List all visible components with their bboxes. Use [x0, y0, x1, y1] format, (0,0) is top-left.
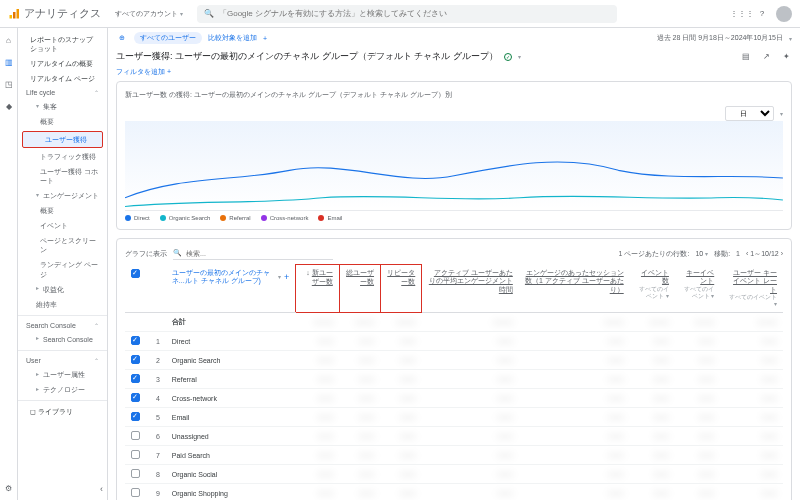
- rows-per-label: 1 ページあたりの行数:: [619, 249, 690, 259]
- sidebar-item-landing[interactable]: ランディング ページ: [18, 257, 107, 281]
- sidebar-item-user-attr[interactable]: ▸ ユーザー属性: [18, 367, 107, 382]
- explore-icon[interactable]: ◳: [3, 78, 15, 90]
- col-header[interactable]: ユーザー キーイベント レートすべてのイベント ▾: [720, 265, 783, 313]
- sidebar-item-realtime[interactable]: リアルタイムの概要: [18, 56, 107, 71]
- status-ok-icon[interactable]: ✓: [504, 53, 512, 61]
- add-segment-icon[interactable]: ⊕: [116, 32, 128, 44]
- sidebar-item-user-acq-cohort[interactable]: ユーザー獲得 コホート: [18, 164, 107, 188]
- table-row[interactable]: 3Referral0000000000000000000000000000000…: [125, 370, 783, 389]
- page-range: 1～10/12: [750, 250, 778, 257]
- sidebar-item-user-acquisition[interactable]: ユーザー獲得: [22, 131, 103, 148]
- product-name: アナリティクス: [24, 6, 101, 21]
- row-checkbox[interactable]: [131, 431, 140, 440]
- table-search-input[interactable]: [186, 250, 333, 257]
- col-header[interactable]: アクティブ ユーザーあたりの平均エンゲージメント時間: [422, 265, 519, 313]
- help-icon[interactable]: ?: [756, 8, 768, 20]
- sidebar-item-eng-overview[interactable]: 概要: [18, 203, 107, 218]
- analytics-logo-icon: [8, 8, 20, 20]
- sidebar-item-acq-overview[interactable]: 概要: [18, 114, 107, 129]
- row-checkbox[interactable]: [131, 336, 140, 345]
- svg-rect-0: [10, 15, 13, 19]
- apps-icon[interactable]: ⋮⋮⋮: [736, 8, 748, 20]
- sidebar-item-realtime-pages[interactable]: リアルタイム ページ: [18, 71, 107, 86]
- sidebar-item-acquisition[interactable]: ▾ 集客: [18, 99, 107, 114]
- row-checkbox[interactable]: [131, 374, 140, 383]
- sidebar-item-engagement[interactable]: ▾ エンゲージメント: [18, 188, 107, 203]
- goto-label: 移動:: [714, 249, 730, 259]
- sidebar-group-lifecycle[interactable]: Life cycle⌃: [18, 86, 107, 99]
- search-icon: 🔍: [173, 249, 182, 257]
- add-filter[interactable]: フィルタを追加 +: [116, 68, 171, 75]
- admin-icon[interactable]: ⚙: [3, 482, 15, 494]
- dimension-picker[interactable]: ユーザーの最初のメインのチャネ...ルト チャネル グループ) ▾ +: [172, 269, 290, 286]
- table-row[interactable]: 5Email00000000000000000000000000000000: [125, 408, 783, 427]
- table-row[interactable]: 4Cross-network00000000000000000000000000…: [125, 389, 783, 408]
- col-header[interactable]: リピーター数: [381, 265, 422, 313]
- col-header[interactable]: 総ユーザー数: [339, 265, 380, 313]
- col-header[interactable]: エンゲージのあったセッション数（1 アクティブ ユーザーあたり）: [519, 265, 630, 313]
- sidebar-item-events[interactable]: イベント: [18, 218, 107, 233]
- share-icon[interactable]: ↗: [760, 51, 772, 63]
- row-checkbox[interactable]: [131, 393, 140, 402]
- date-range-picker[interactable]: 過去 28 日間 9月18日～2024年10月15日: [657, 33, 783, 43]
- granularity-select[interactable]: 日: [725, 106, 774, 121]
- report-sidebar: レポートのスナップショット リアルタイムの概要 リアルタイム ページ Life …: [18, 28, 108, 500]
- row-checkbox[interactable]: [131, 450, 140, 459]
- global-search-input[interactable]: [219, 9, 611, 18]
- table-card: グラフに表示 🔍 1 ページあたりの行数: 10 ▾ 移動: 1 ‹ 1～10/…: [116, 238, 792, 500]
- sidebar-item-pages[interactable]: ページとスクリーン: [18, 233, 107, 257]
- row-checkbox[interactable]: [131, 488, 140, 497]
- table-row[interactable]: 7Paid Search0000000000000000000000000000…: [125, 446, 783, 465]
- svg-rect-1: [13, 12, 16, 19]
- table-row[interactable]: 2Organic Search0000000000000000000000000…: [125, 351, 783, 370]
- sidebar-group-user[interactable]: User⌃: [18, 354, 107, 367]
- col-header[interactable]: キーイベントすべてのイベント ▾: [675, 265, 720, 313]
- sidebar-library[interactable]: ◻ ライブラリ: [18, 404, 107, 419]
- chart-caption: 新ユーザー数 の獲得: ユーザーの最初のメインのチャネル グループ（デフォルト …: [125, 90, 783, 100]
- sidebar-item-snapshot[interactable]: レポートのスナップショット: [18, 32, 107, 56]
- plot-rows-label: グラフに表示: [125, 249, 167, 259]
- insights-icon[interactable]: ✦: [780, 51, 792, 63]
- add-comparison[interactable]: 比較対象を追加: [208, 33, 257, 43]
- add-dimension[interactable]: +: [284, 272, 289, 283]
- goto-input[interactable]: 1: [736, 250, 740, 257]
- row-checkbox[interactable]: [131, 469, 140, 478]
- title-menu[interactable]: ▾: [518, 53, 521, 60]
- home-icon[interactable]: ⌂: [3, 34, 15, 46]
- select-all-checkbox[interactable]: [131, 269, 140, 278]
- sidebar-collapse[interactable]: ‹: [100, 484, 103, 494]
- row-checkbox[interactable]: [131, 355, 140, 364]
- account-avatar[interactable]: [776, 6, 792, 22]
- customize-report-icon[interactable]: ▤: [740, 51, 752, 63]
- col-header[interactable]: ↓ 新ユーザー数: [296, 265, 340, 313]
- data-table: ユーザーの最初のメインのチャネ...ルト チャネル グループ) ▾ +↓ 新ユー…: [125, 264, 783, 500]
- table-search[interactable]: 🔍: [173, 247, 333, 260]
- sidebar-group-searchconsole[interactable]: Search Console⌃: [18, 319, 107, 332]
- segment-all-users[interactable]: すべてのユーザー: [134, 32, 202, 44]
- sidebar-item-traffic-acq[interactable]: トラフィック獲得: [18, 149, 107, 164]
- global-search[interactable]: 🔍: [197, 5, 617, 23]
- chart-card: 新ユーザー数 の獲得: ユーザーの最初のメインのチャネル グループ（デフォルト …: [116, 81, 792, 230]
- svg-rect-2: [17, 9, 20, 19]
- nav-rail: ⌂ ▥ ◳ ◆ ⚙: [0, 28, 18, 500]
- table-row[interactable]: 9Organic Shopping00000000000000000000000…: [125, 484, 783, 500]
- sidebar-item-retention[interactable]: 維持率: [18, 297, 107, 312]
- row-checkbox[interactable]: [131, 412, 140, 421]
- sidebar-item-searchconsole[interactable]: ▸ Search Console: [18, 332, 107, 347]
- search-icon: 🔍: [203, 8, 215, 20]
- table-row[interactable]: 6Unassigned00000000000000000000000000000…: [125, 427, 783, 446]
- report-title: ユーザー獲得: ユーザーの最初のメインのチャネル グループ（デフォルト チャネル…: [116, 50, 498, 63]
- sidebar-item-monetize[interactable]: ▸ 収益化: [18, 282, 107, 297]
- reports-icon[interactable]: ▥: [3, 56, 15, 68]
- product-logo[interactable]: アナリティクス: [8, 6, 101, 21]
- line-chart[interactable]: [125, 121, 783, 211]
- account-selector[interactable]: すべてのアカウント ▾: [109, 7, 189, 21]
- table-row[interactable]: 1Direct00000000000000000000000000000000: [125, 332, 783, 351]
- sidebar-item-tech[interactable]: ▸ テクノロジー: [18, 382, 107, 397]
- table-row[interactable]: 8Organic Social0000000000000000000000000…: [125, 465, 783, 484]
- col-header[interactable]: イベント数すべてのイベント ▾: [630, 265, 675, 313]
- rows-per-select[interactable]: 10 ▾: [695, 250, 708, 257]
- ads-icon[interactable]: ◆: [3, 100, 15, 112]
- totals-row: 合計00000000000000000000000000000000000000…: [125, 313, 783, 332]
